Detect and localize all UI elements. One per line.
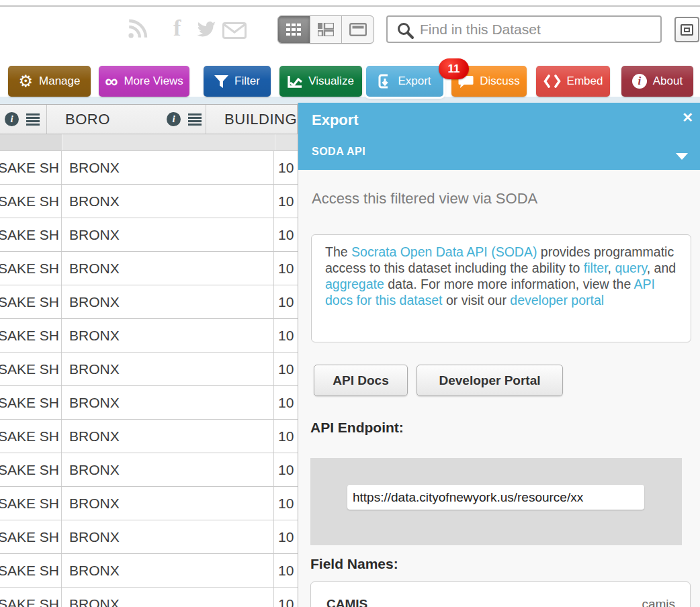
cell-building[interactable]: 10	[275, 252, 298, 285]
soda-link[interactable]: aggregate	[325, 277, 384, 291]
table-row[interactable]: SAKE SH BRONX 10	[0, 185, 298, 218]
close-icon[interactable]: ✕	[682, 109, 693, 126]
column-info-icon[interactable]: i	[5, 112, 19, 126]
cell-boro[interactable]: BRONX	[62, 420, 274, 453]
cell-boro[interactable]: BRONX	[62, 285, 274, 318]
twitter-icon[interactable]	[196, 21, 216, 40]
cell-boro[interactable]: BRONX	[62, 185, 274, 218]
table-row[interactable]: SAKE SH BRONX 10	[0, 386, 298, 420]
cell-boro[interactable]: BRONX	[62, 151, 274, 184]
about-button[interactable]: i About	[621, 66, 693, 97]
soda-link[interactable]: Socrata Open Data API (SODA)	[351, 244, 537, 259]
cell-building[interactable]: 10	[275, 319, 298, 352]
facebook-icon[interactable]: f	[173, 18, 181, 38]
cell-building[interactable]: 10	[275, 554, 298, 587]
filter-button[interactable]: Filter	[204, 66, 271, 97]
table-row[interactable]: SAKE SH BRONX 10	[0, 487, 298, 520]
email-icon[interactable]	[222, 22, 247, 42]
column-header-boro[interactable]: BORO i	[47, 105, 206, 134]
fullscreen-button[interactable]	[674, 17, 699, 42]
info-circle-icon: i	[632, 74, 647, 89]
column-info-icon[interactable]: i	[167, 112, 181, 126]
cell-dba[interactable]: SAKE SH	[0, 453, 62, 486]
field-api-name: camis	[642, 597, 675, 607]
cell-building[interactable]: 10	[275, 353, 298, 385]
rss-icon[interactable]	[126, 17, 149, 43]
soda-text: ,	[608, 261, 615, 275]
cell-dba[interactable]: SAKE SH	[0, 319, 62, 352]
manage-button[interactable]: ⚙ Manage	[8, 66, 91, 97]
cell-boro[interactable]: BRONX	[62, 353, 274, 385]
cell-dba[interactable]: SAKE SH	[0, 353, 62, 385]
table-row[interactable]: SAKE SH BRONX 10	[0, 151, 298, 185]
cell-dba[interactable]: SAKE SH	[0, 252, 62, 285]
funnel-icon	[214, 75, 228, 88]
cell-boro[interactable]: BRONX	[62, 386, 274, 419]
table-row[interactable]: SAKE SH BRONX 10	[0, 554, 298, 588]
soda-api-section-header[interactable]: SODA API	[312, 146, 365, 158]
soda-link[interactable]: query	[615, 261, 646, 275]
cell-boro[interactable]: BRONX	[62, 554, 274, 587]
api-endpoint-input[interactable]	[347, 485, 644, 510]
soda-description: The Socrata Open Data API (SODA) provide…	[311, 234, 691, 342]
cell-boro[interactable]: BRONX	[62, 252, 274, 285]
table-row[interactable]: SAKE SH BRONX 10	[0, 588, 298, 607]
table-row[interactable]: SAKE SH BRONX 10	[0, 252, 298, 285]
embed-button[interactable]: Embed	[536, 66, 610, 97]
soda-subtitle: Access this filtered view via SODA	[312, 190, 537, 207]
table-row[interactable]: SAKE SH BRONX 10	[0, 420, 298, 453]
page-view-toggle[interactable]	[342, 16, 374, 43]
cell-dba[interactable]: SAKE SH	[0, 218, 62, 251]
table-view-toggle[interactable]	[278, 16, 310, 43]
cell-building[interactable]: 10	[275, 588, 298, 607]
table-row[interactable]: SAKE SH BRONX 10	[0, 218, 298, 252]
cell-boro[interactable]: BRONX	[62, 487, 274, 520]
search-input[interactable]	[420, 17, 658, 42]
chevron-down-icon[interactable]	[676, 153, 688, 160]
more-views-button[interactable]: ∞ More Views	[99, 66, 189, 97]
cell-dba[interactable]: SAKE SH	[0, 520, 62, 553]
cell-boro[interactable]: BRONX	[62, 319, 274, 352]
column-header-dba[interactable]: i	[0, 105, 47, 134]
table-row[interactable]: SAKE SH BRONX 10	[0, 353, 298, 386]
soda-link[interactable]: filter	[584, 261, 608, 275]
cell-building[interactable]: 10	[275, 487, 298, 520]
cell-dba[interactable]: SAKE SH	[0, 151, 62, 184]
api-endpoint-label: API Endpoint:	[310, 420, 404, 436]
cell-dba[interactable]: SAKE SH	[0, 554, 62, 587]
table-row[interactable]: SAKE SH BRONX 10	[0, 319, 298, 353]
column-header-building[interactable]: BUILDING	[206, 105, 298, 134]
cell-building[interactable]: 10	[275, 386, 298, 419]
cell-building[interactable]: 10	[275, 285, 298, 318]
cell-dba[interactable]: SAKE SH	[0, 386, 62, 419]
api-docs-button[interactable]: API Docs	[314, 365, 408, 396]
cell-dba[interactable]: SAKE SH	[0, 285, 62, 318]
cell-building[interactable]: 10	[275, 520, 298, 553]
rich-list-view-toggle[interactable]	[310, 16, 343, 43]
cell-dba[interactable]: SAKE SH	[0, 185, 62, 218]
cell-building[interactable]: 10	[275, 185, 298, 218]
cell-boro[interactable]: BRONX	[62, 588, 274, 607]
boro-header-label: BORO	[65, 111, 110, 128]
visualize-button[interactable]: Visualize	[279, 66, 362, 97]
cell-boro[interactable]: BRONX	[62, 453, 274, 486]
column-menu-icon[interactable]	[26, 113, 40, 126]
table-row[interactable]: SAKE SH BRONX 10	[0, 520, 298, 554]
cell-building[interactable]: 10	[275, 218, 298, 251]
soda-link[interactable]: developer portal	[510, 293, 604, 308]
developer-portal-button[interactable]: Developer Portal	[417, 365, 563, 396]
cell-dba[interactable]: SAKE SH	[0, 420, 62, 453]
export-button[interactable]: Export	[366, 66, 443, 97]
cell-building[interactable]: 10	[275, 420, 298, 453]
table-row[interactable]: SAKE SH BRONX 10	[0, 453, 298, 487]
search-icon	[396, 21, 414, 40]
download-page-icon	[378, 74, 392, 89]
cell-dba[interactable]: SAKE SH	[0, 588, 62, 607]
cell-dba[interactable]: SAKE SH	[0, 487, 62, 520]
cell-boro[interactable]: BRONX	[62, 218, 274, 251]
cell-building[interactable]: 10	[275, 151, 298, 184]
cell-building[interactable]: 10	[275, 453, 298, 486]
table-row[interactable]: SAKE SH BRONX 10	[0, 285, 298, 319]
column-menu-icon[interactable]	[188, 113, 202, 126]
cell-boro[interactable]: BRONX	[62, 520, 274, 553]
